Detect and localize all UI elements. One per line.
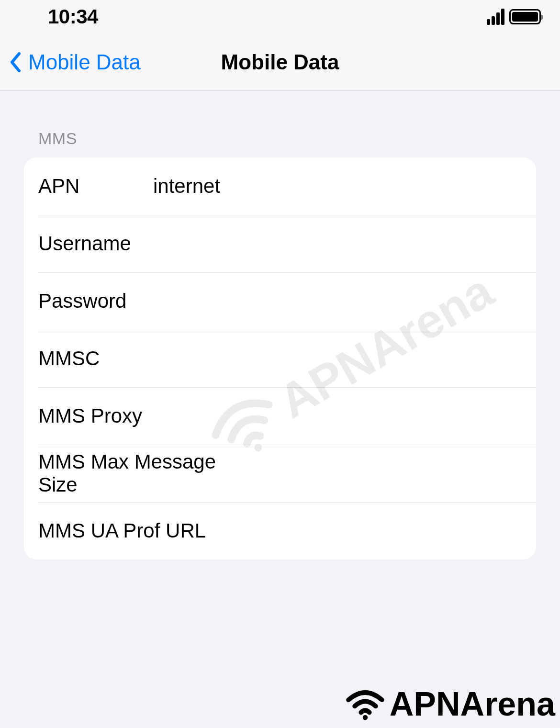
watermark-bottom: APNArena xyxy=(344,685,555,723)
input-mms-max-size[interactable] xyxy=(269,462,522,485)
row-mms-max-size[interactable]: MMS Max Message Size xyxy=(24,445,536,502)
back-button-label: Mobile Data xyxy=(28,50,141,74)
row-label-apn: APN xyxy=(38,175,153,198)
watermark-bottom-text: APNArena xyxy=(390,685,555,723)
input-mmsc[interactable] xyxy=(153,347,522,370)
svg-point-1 xyxy=(363,715,368,720)
main-content: MMS APN Username Password MMSC MMS Proxy… xyxy=(0,91,560,560)
row-label-username: Username xyxy=(38,232,153,255)
chevron-left-icon xyxy=(10,52,21,72)
row-label-mmsc: MMSC xyxy=(38,347,153,370)
input-username[interactable] xyxy=(153,232,522,255)
row-mms-ua-prof[interactable]: MMS UA Prof URL xyxy=(24,502,536,560)
section-header-mms: MMS xyxy=(24,129,536,148)
row-username[interactable]: Username xyxy=(24,215,536,272)
input-mms-ua-prof[interactable] xyxy=(215,519,522,542)
page-title: Mobile Data xyxy=(221,50,339,74)
input-apn[interactable] xyxy=(153,175,522,198)
status-indicators xyxy=(487,9,541,25)
battery-icon xyxy=(509,9,541,24)
mms-settings-group: APN Username Password MMSC MMS Proxy MMS… xyxy=(24,157,536,560)
row-password[interactable]: Password xyxy=(24,272,536,330)
navigation-bar: Mobile Data Mobile Data xyxy=(0,34,560,91)
status-time: 10:34 xyxy=(48,5,98,28)
row-mms-proxy[interactable]: MMS Proxy xyxy=(24,387,536,445)
row-apn[interactable]: APN xyxy=(24,157,536,215)
input-password[interactable] xyxy=(153,290,522,313)
row-mmsc[interactable]: MMSC xyxy=(24,330,536,387)
row-label-mms-proxy: MMS Proxy xyxy=(38,404,142,427)
row-label-mms-max-size: MMS Max Message Size xyxy=(38,450,259,496)
status-bar: 10:34 xyxy=(0,0,560,34)
row-label-mms-ua-prof: MMS UA Prof URL xyxy=(38,519,206,542)
cellular-signal-icon xyxy=(487,9,504,25)
row-label-password: Password xyxy=(38,290,153,313)
wifi-icon xyxy=(344,687,387,721)
back-button[interactable]: Mobile Data xyxy=(0,50,141,74)
input-mms-proxy[interactable] xyxy=(152,404,522,427)
